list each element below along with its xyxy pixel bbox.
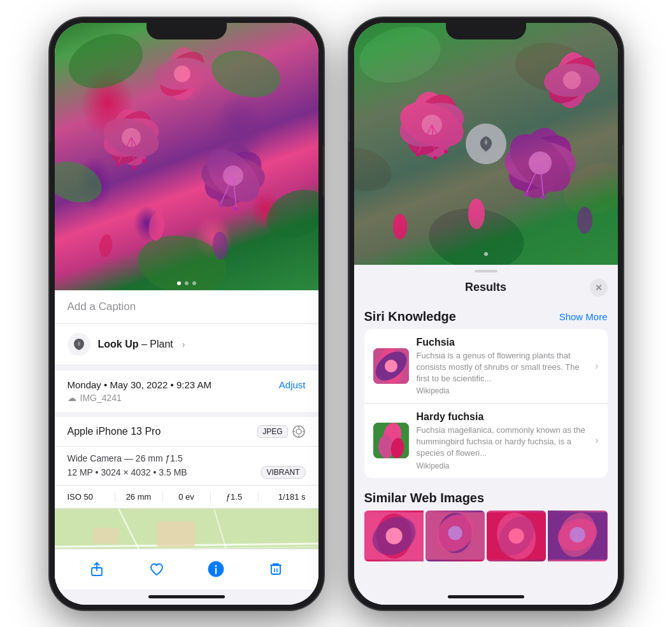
svg-point-27 — [142, 159, 146, 163]
heart-icon — [149, 561, 164, 577]
svg-point-21 — [97, 233, 113, 257]
svg-point-84 — [444, 150, 448, 153]
svg-point-30 — [218, 204, 222, 208]
exif-focal: 26 mm — [115, 492, 163, 502]
camera-line2: 12 MP • 3024 × 4032 • 3.5 MB VIBRANT — [68, 466, 306, 479]
fuchsia-chevron-icon: › — [595, 360, 598, 372]
caption-placeholder[interactable]: Add a Caption — [68, 300, 136, 313]
svg-point-112 — [570, 527, 585, 542]
svg-point-25 — [117, 162, 120, 166]
wide-camera: Wide Camera — 26 mm ƒ1.5 — [68, 453, 306, 463]
svg-point-50 — [215, 565, 217, 567]
hardy-chevron-icon: › — [595, 435, 598, 446]
hardy-fuchsia-item[interactable]: Hardy fuchsia Fuchsia magellanica, commo… — [364, 404, 608, 478]
camera-model: Apple iPhone 13 Pro — [68, 426, 161, 437]
similar-section: Similar Web Images — [364, 486, 608, 561]
svg-point-83 — [433, 156, 437, 160]
leaf-visual-icon — [476, 134, 496, 154]
knowledge-card: Fuchsia Fuchsia is a genus of flowering … — [364, 329, 608, 478]
siri-knowledge-title: Siri Knowledge — [364, 309, 456, 324]
similar-title: Similar Web Images — [364, 486, 608, 511]
svg-point-26 — [132, 166, 136, 169]
fuchsia-item[interactable]: Fuchsia Fuchsia is a genus of flowering … — [364, 329, 608, 404]
hardy-desc: Fuchsia magellanica, commonly known as t… — [417, 425, 588, 460]
photo-date: Monday • May 30, 2022 • 9:23 AM — [68, 379, 211, 390]
show-more-button[interactable]: Show More — [559, 311, 608, 322]
svg-point-31 — [234, 207, 238, 211]
similar-image-3[interactable] — [487, 511, 546, 561]
home-indicator — [55, 589, 318, 605]
map-thumbnail[interactable] — [55, 509, 318, 549]
svg-point-92 — [385, 360, 397, 372]
similar-image-2[interactable] — [425, 511, 485, 561]
svg-point-0 — [61, 24, 150, 97]
hardy-thumb-image — [373, 423, 409, 458]
exif-shutter: 1/181 s — [259, 492, 306, 502]
similar-images-row — [364, 511, 608, 561]
svg-point-78 — [577, 207, 592, 234]
right-screen: Results ✕ Siri Knowledge Show More — [354, 23, 618, 605]
exif-ev: 0 ev — [163, 492, 211, 502]
flower-photo-right[interactable] — [354, 23, 618, 265]
home-indicator-right — [354, 589, 618, 605]
info-icon — [207, 560, 225, 578]
bottom-toolbar — [55, 549, 318, 589]
results-sheet: Results ✕ Siri Knowledge Show More — [354, 265, 618, 589]
similar-image-1[interactable] — [364, 511, 424, 561]
svg-point-108 — [509, 528, 524, 544]
share-button[interactable] — [85, 558, 108, 581]
trash-icon — [268, 561, 283, 577]
lookup-label: Look Up – Plant — [98, 339, 173, 350]
right-phone: Results ✕ Siri Knowledge Show More — [349, 18, 623, 610]
delete-button[interactable] — [264, 558, 287, 581]
svg-point-1 — [206, 43, 285, 104]
camera-details: Wide Camera — 26 mm ƒ1.5 12 MP • 3024 × … — [55, 447, 318, 486]
lookup-icon — [68, 333, 90, 356]
favorite-button[interactable] — [145, 558, 168, 581]
svg-rect-53 — [271, 565, 280, 574]
meta-section: Monday • May 30, 2022 • 9:23 AM Adjust ☁… — [55, 370, 318, 412]
page-dots — [55, 281, 318, 285]
svg-rect-44 — [157, 521, 195, 547]
svg-point-100 — [385, 528, 402, 544]
exif-aperture: ƒ1.5 — [211, 492, 259, 502]
close-button[interactable]: ✕ — [590, 279, 608, 297]
hardy-fuchsia-text: Hardy fuchsia Fuchsia magellanica, commo… — [417, 411, 588, 470]
info-button[interactable] — [204, 558, 227, 581]
notch — [147, 18, 227, 39]
camera-section: Apple iPhone 13 Pro JPEG — [55, 417, 318, 549]
exif-iso: ISO 50 — [68, 492, 115, 502]
siri-knowledge-header: Siri Knowledge Show More — [364, 302, 608, 329]
format-badge: JPEG — [257, 425, 287, 438]
info-section: Add a Caption Look Up – Plant › Mon — [55, 290, 318, 549]
similar-image-4[interactable] — [548, 511, 607, 561]
fuchsia-desc: Fuchsia is a genus of flowering plants t… — [417, 350, 588, 385]
camera-badges: JPEG — [257, 425, 305, 439]
settings-icon — [292, 425, 306, 439]
visual-lookup-bubble[interactable] — [466, 123, 506, 164]
svg-point-3 — [258, 180, 318, 248]
lookup-chevron-icon: › — [182, 339, 185, 349]
vibrant-badge: VIBRANT — [261, 466, 305, 479]
results-content: Siri Knowledge Show More — [354, 302, 618, 589]
svg-point-18 — [174, 66, 190, 82]
fuchsia-source: Wikipedia — [417, 386, 588, 395]
lookup-row[interactable]: Look Up – Plant › — [55, 324, 318, 365]
left-screen: Add a Caption Look Up – Plant › Mon — [55, 23, 318, 605]
svg-point-87 — [524, 193, 528, 197]
svg-point-4 — [55, 154, 108, 209]
adjust-button[interactable]: Adjust — [279, 379, 306, 390]
file-info: ☁ IMG_4241 — [68, 393, 306, 403]
sheet-header: Results ✕ — [354, 272, 618, 302]
svg-rect-45 — [93, 528, 118, 544]
svg-point-77 — [393, 214, 407, 239]
caption-area[interactable]: Add a Caption — [55, 290, 318, 324]
flower-photo-left[interactable] — [55, 23, 318, 290]
fuchsia-text: Fuchsia Fuchsia is a genus of flowering … — [417, 337, 588, 396]
share-icon — [89, 561, 104, 577]
fuchsia-thumb-image — [373, 348, 409, 384]
hardy-name: Hardy fuchsia — [417, 411, 588, 423]
camera-model-row: Apple iPhone 13 Pro JPEG — [55, 417, 318, 447]
svg-point-75 — [563, 71, 581, 89]
map-svg — [55, 509, 318, 549]
